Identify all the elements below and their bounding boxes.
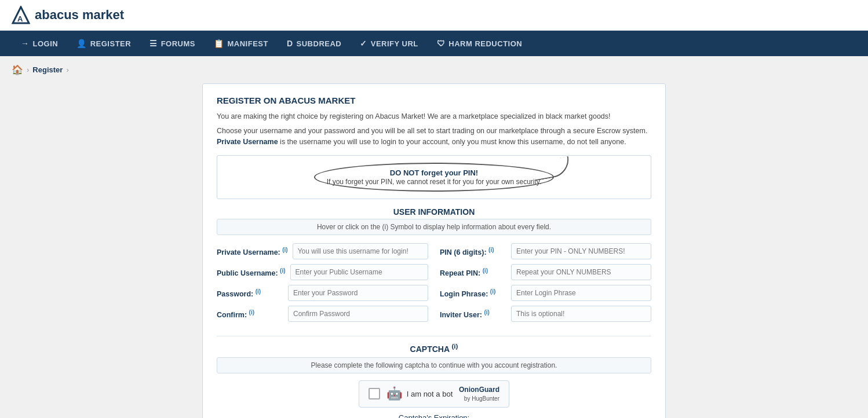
repeat-pin-info[interactable]: (i) bbox=[483, 267, 488, 274]
login-phrase-input[interactable] bbox=[511, 285, 651, 301]
captcha-not-robot-label: I am not a bot bbox=[407, 390, 453, 398]
captcha-expiry: Captcha's Expiration: bbox=[217, 413, 651, 419]
public-username-info[interactable]: (i) bbox=[280, 267, 285, 274]
breadcrumb-current: Register bbox=[32, 65, 63, 74]
public-username-input[interactable] bbox=[290, 264, 428, 280]
section-title: USER INFORMATION bbox=[217, 207, 651, 217]
breadcrumb: 🏠 › Register › bbox=[0, 56, 868, 83]
inviter-input[interactable] bbox=[511, 306, 651, 322]
pin-warning-text: If you forget your PIN, we cannot reset … bbox=[327, 178, 542, 186]
private-username-info[interactable]: (i) bbox=[282, 247, 287, 253]
pin-warning-box: DO NOT forget your PIN! If you forget yo… bbox=[217, 155, 651, 199]
section-hint: Hover or click on the (i) Symbol to disp… bbox=[217, 219, 651, 235]
pin-info[interactable]: (i) bbox=[488, 247, 494, 253]
register-title: REGISTER ON ABACUS MARKET bbox=[217, 96, 651, 105]
pin-row: PIN (6 digits): (i) bbox=[440, 243, 651, 259]
subdread-icon: d bbox=[287, 39, 293, 48]
captcha-brand: OnionGuard by HugBunter bbox=[459, 386, 499, 402]
main-content: REGISTER ON ABACUS MARKET You are making… bbox=[0, 83, 868, 418]
form-left-col: Private Username: (i) Public Username: (… bbox=[217, 243, 428, 327]
logo-triangle-icon: A bbox=[12, 6, 30, 24]
nav-forums[interactable]: ☰ FORUMS bbox=[140, 31, 205, 56]
manifest-icon: 📋 bbox=[214, 39, 224, 48]
verify-icon: ✓ bbox=[360, 39, 367, 48]
register-desc2: Choose your username and your password a… bbox=[217, 126, 651, 148]
repeat-pin-label: Repeat PIN: (i) bbox=[440, 267, 506, 277]
divider bbox=[217, 336, 651, 336]
login-icon: → bbox=[21, 39, 30, 48]
nav-verify-url[interactable]: ✓ VERIFY URL bbox=[351, 31, 428, 56]
private-username-row: Private Username: (i) bbox=[217, 243, 428, 259]
register-box: REGISTER ON ABACUS MARKET You are making… bbox=[202, 83, 666, 418]
register-desc1: You are making the right choice by regis… bbox=[217, 111, 651, 122]
captcha-label-area: 🤖 I am not a bot bbox=[386, 386, 453, 401]
nav-register[interactable]: 👤 REGISTER bbox=[67, 31, 140, 56]
nav-subdread[interactable]: d SUBDREAD bbox=[278, 31, 351, 56]
password-label: Password: (i) bbox=[217, 288, 283, 298]
captcha-bot-icon: 🤖 bbox=[386, 386, 402, 401]
nav-manifest[interactable]: 📋 MANIFEST bbox=[205, 31, 278, 56]
svg-text:A: A bbox=[17, 14, 23, 23]
main-nav: → LOGIN 👤 REGISTER ☰ FORUMS 📋 MANIFEST d… bbox=[0, 31, 868, 56]
pin-warning-inner: DO NOT forget your PIN! If you forget yo… bbox=[314, 163, 555, 192]
captcha-widget: 🤖 I am not a bot OnionGuard by HugBunter bbox=[217, 380, 651, 408]
captcha-hint: Please complete the following captcha to… bbox=[217, 357, 651, 373]
confirm-label: Confirm: (i) bbox=[217, 309, 283, 319]
login-phrase-info[interactable]: (i) bbox=[490, 288, 495, 295]
login-phrase-label: Login Phrase: (i) bbox=[440, 288, 506, 298]
confirm-info[interactable]: (i) bbox=[249, 309, 254, 316]
nav-harm-reduction[interactable]: 🛡 HARM REDUCTION bbox=[428, 31, 531, 56]
register-icon: 👤 bbox=[76, 39, 87, 48]
pin-input[interactable] bbox=[511, 243, 651, 259]
captcha-checkbox[interactable] bbox=[369, 388, 380, 399]
repeat-pin-row: Repeat PIN: (i) bbox=[440, 264, 651, 280]
public-username-row: Public Username: (i) bbox=[217, 264, 428, 280]
breadcrumb-sep2: › bbox=[66, 65, 68, 74]
private-username-input[interactable] bbox=[293, 243, 428, 259]
password-input[interactable] bbox=[288, 285, 428, 301]
private-username-label: Private Username: (i) bbox=[217, 247, 288, 256]
public-username-label: Public Username: (i) bbox=[217, 267, 286, 277]
form-grid: Private Username: (i) Public Username: (… bbox=[217, 243, 651, 327]
form-right-col: PIN (6 digits): (i) Repeat PIN: (i) Logi… bbox=[440, 243, 651, 327]
captcha-section: CAPTCHA (i) Please complete the followin… bbox=[217, 342, 651, 418]
confirm-input[interactable] bbox=[288, 306, 428, 322]
inviter-row: Inviter User: (i) bbox=[440, 306, 651, 322]
repeat-pin-input[interactable] bbox=[511, 264, 651, 280]
pin-label: PIN (6 digits): (i) bbox=[440, 247, 506, 256]
breadcrumb-sep1: › bbox=[27, 65, 29, 74]
nav-login[interactable]: → LOGIN bbox=[12, 31, 67, 56]
harm-reduction-icon: 🛡 bbox=[437, 39, 446, 48]
captcha-title: CAPTCHA (i) bbox=[217, 342, 651, 354]
logo-text: abacus market bbox=[35, 8, 124, 23]
captcha-info-icon[interactable]: (i) bbox=[451, 342, 458, 350]
site-logo[interactable]: A abacus market bbox=[12, 6, 124, 24]
site-header: A abacus market bbox=[0, 0, 868, 31]
confirm-row: Confirm: (i) bbox=[217, 306, 428, 322]
password-row: Password: (i) bbox=[217, 285, 428, 301]
captcha-box[interactable]: 🤖 I am not a bot OnionGuard by HugBunter bbox=[359, 380, 509, 408]
pin-warning-title: DO NOT forget your PIN! bbox=[327, 168, 542, 177]
captcha-brand-sub: by HugBunter bbox=[459, 395, 499, 402]
home-icon[interactable]: 🏠 bbox=[12, 64, 23, 75]
captcha-brand-name: OnionGuard bbox=[459, 386, 499, 395]
forums-icon: ☰ bbox=[149, 39, 158, 48]
inviter-info[interactable]: (i) bbox=[484, 309, 489, 316]
password-info[interactable]: (i) bbox=[256, 288, 261, 295]
inviter-label: Inviter User: (i) bbox=[440, 309, 506, 319]
login-phrase-row: Login Phrase: (i) bbox=[440, 285, 651, 301]
